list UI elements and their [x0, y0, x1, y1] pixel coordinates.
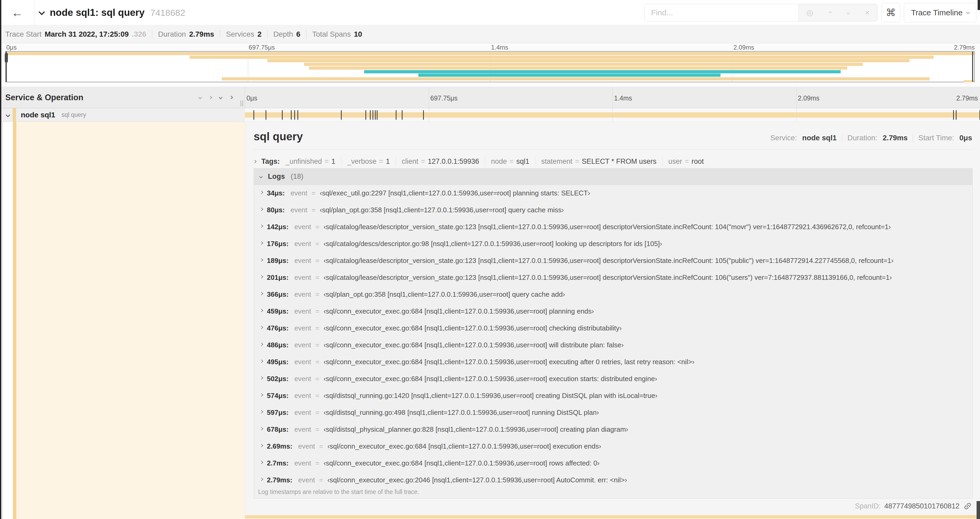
minimap-left-scrubber-grip[interactable]	[5, 53, 8, 63]
log-row[interactable]: 486μs:event=‹sql/conn_executor_exec.go:6…	[254, 337, 972, 354]
log-row[interactable]: 34μs:event=‹sql/exec_util.go:2297 [nsql1…	[254, 185, 972, 202]
chevron-right-icon	[260, 376, 263, 380]
log-timestamp: 2.7ms:	[267, 459, 288, 467]
chevron-right-icon	[260, 477, 263, 481]
span-bar-row[interactable]	[245, 108, 980, 122]
log-row[interactable]: 574μs:event=‹sql/distsql_running.go:1420…	[254, 387, 972, 404]
chevron-down-icon	[966, 11, 970, 14]
log-marker-tick	[396, 110, 396, 120]
locate-icon[interactable]: ◎	[807, 9, 813, 17]
minimap-span-bar	[267, 59, 909, 62]
log-timestamp: 2.69ms:	[267, 442, 293, 450]
log-row[interactable]: 678μs:event=‹sql/distsql_physical_planne…	[254, 421, 972, 438]
chevron-right-icon	[260, 258, 263, 262]
tag-chip: _verbose=1	[347, 157, 390, 166]
view-selector-button[interactable]: Trace Timeline	[904, 3, 976, 22]
stat-value: 2	[258, 30, 262, 38]
log-row[interactable]: 176μs:event=‹sql/catalog/descs/descripto…	[254, 235, 972, 252]
span-detail-title: sql query	[254, 130, 303, 143]
keyboard-shortcuts-button[interactable]: ⌘	[881, 3, 900, 22]
find-group: ◎ ×	[644, 4, 878, 21]
service-operation-header: Service & Operation	[0, 87, 245, 108]
stat-item: Duration2.79ms	[158, 30, 214, 38]
tag-value: sql1	[516, 157, 530, 166]
find-input[interactable]	[644, 4, 798, 21]
tag-key: client	[402, 157, 418, 166]
log-row[interactable]: 502μs:event=‹sql/conn_executor_exec.go:6…	[254, 370, 972, 387]
chevron-up-icon[interactable]	[829, 11, 832, 14]
meta-label: Start Time:	[918, 134, 954, 142]
chevron-down-icon[interactable]	[846, 11, 850, 14]
minimap-right-scrubber[interactable]	[972, 52, 973, 82]
log-row[interactable]: 597μs:event=‹sql/distsql_running.go:498 …	[254, 404, 972, 421]
scrollbar-thumb[interactable]	[977, 501, 980, 519]
log-timestamp: 597μs:	[267, 409, 288, 417]
chevron-right-icon	[260, 275, 263, 278]
log-marker-tick	[341, 110, 342, 120]
trace-stats-bar: Trace StartMarch 31 2022, 17:25:09.326Du…	[0, 26, 980, 43]
logs-header[interactable]: Logs (18)	[254, 169, 972, 185]
meta-label: Duration:	[848, 134, 878, 142]
minimap-tick-label: 1.4ms	[491, 44, 508, 51]
log-marker-tick	[953, 110, 954, 120]
span-color-strip	[13, 108, 16, 121]
chevron-right-icon	[260, 224, 263, 228]
log-equals: =	[315, 341, 319, 349]
log-timestamp: 476μs:	[267, 324, 288, 332]
log-row[interactable]: 201μs:event=‹sql/catalog/lease/descripto…	[254, 269, 972, 286]
scrollbar-top-notch	[978, 0, 980, 10]
expand-one-icon[interactable]	[209, 96, 212, 99]
span-id-value: 4877749850101760812	[885, 502, 959, 510]
minimap-span-bar	[222, 77, 930, 80]
log-row[interactable]: 495μs:event=‹sql/conn_executor_exec.go:6…	[254, 354, 972, 370]
expand-all-icon[interactable]	[230, 96, 232, 99]
tag-chip: client=127.0.0.1:59936	[402, 157, 479, 166]
log-equals: =	[315, 425, 319, 434]
log-row[interactable]: 366μs:event=‹sql/plan_opt.go:358 [nsql1,…	[254, 286, 972, 303]
log-row[interactable]: 142μs:event=‹sql/catalog/lease/descripto…	[254, 219, 972, 235]
log-row[interactable]: 80μs:event=‹sql/plan_opt.go:358 [nsql1,c…	[254, 202, 972, 219]
timeline-minimap: 0μs697.75μs1.4ms2.09ms2.79ms	[0, 43, 980, 87]
log-timestamp: 574μs:	[267, 391, 288, 400]
log-row[interactable]: 189μs:event=‹sql/catalog/lease/descripto…	[254, 252, 972, 269]
log-row[interactable]: 2.69ms:event=‹sql/conn_executor_exec.go:…	[254, 438, 972, 455]
log-row[interactable]: 2.79ms:event=‹sql/conn_executor_exec.go:…	[254, 472, 972, 489]
log-field-name: event	[294, 341, 311, 349]
minimap-canvas[interactable]	[5, 51, 975, 82]
left-pane-divider	[2, 122, 3, 519]
collapse-one-icon[interactable]	[199, 96, 201, 99]
log-field-name: event	[291, 206, 307, 214]
log-marker-tick	[375, 110, 375, 120]
log-marker-tick	[253, 110, 254, 120]
log-equals: =	[319, 442, 323, 450]
tag-divider	[535, 156, 535, 166]
collapse-trace-chevron-icon[interactable]	[38, 9, 45, 15]
tag-chip: _unfinished=1	[286, 157, 336, 166]
window-left-edge	[0, 0, 1, 519]
span-color-strip	[13, 122, 16, 519]
meta-value: 0μs	[959, 134, 972, 142]
tags-toggle[interactable]: Tags:	[254, 157, 280, 166]
span-row-label[interactable]: node sql1 sql query	[0, 108, 245, 122]
clear-icon[interactable]: ×	[865, 9, 870, 17]
log-message: ‹sql/catalog/lease/descriptor_version_st…	[323, 257, 893, 265]
timeline-grid-header: Service & Operation 0μs697.75μs1.4ms2.09…	[0, 87, 980, 108]
column-resizer-handle[interactable]	[240, 101, 243, 106]
back-button[interactable]: ←	[0, 0, 35, 25]
log-equals: =	[315, 324, 319, 332]
log-field-name: event	[294, 240, 311, 248]
log-row[interactable]: 2.7ms:event=‹sql/conn_executor_exec.go:6…	[254, 455, 972, 472]
log-row[interactable]: 476μs:event=‹sql/conn_executor_exec.go:6…	[254, 320, 972, 337]
trace-title: node sql1: sql query	[50, 7, 145, 18]
deep-link-icon[interactable]	[961, 500, 974, 513]
tag-equals: =	[421, 157, 425, 166]
stat-item: Total Spans10	[312, 30, 362, 38]
collapse-all-icon[interactable]	[220, 96, 222, 99]
minimap-span-bar	[304, 63, 863, 66]
log-marker-tick	[372, 110, 373, 120]
back-arrow-icon: ←	[11, 6, 23, 19]
log-marker-tick	[402, 110, 402, 120]
log-equals: =	[315, 409, 319, 417]
span-collapse-chevron-icon[interactable]	[6, 113, 10, 117]
log-row[interactable]: 459μs:event=‹sql/conn_executor_exec.go:6…	[254, 303, 972, 320]
